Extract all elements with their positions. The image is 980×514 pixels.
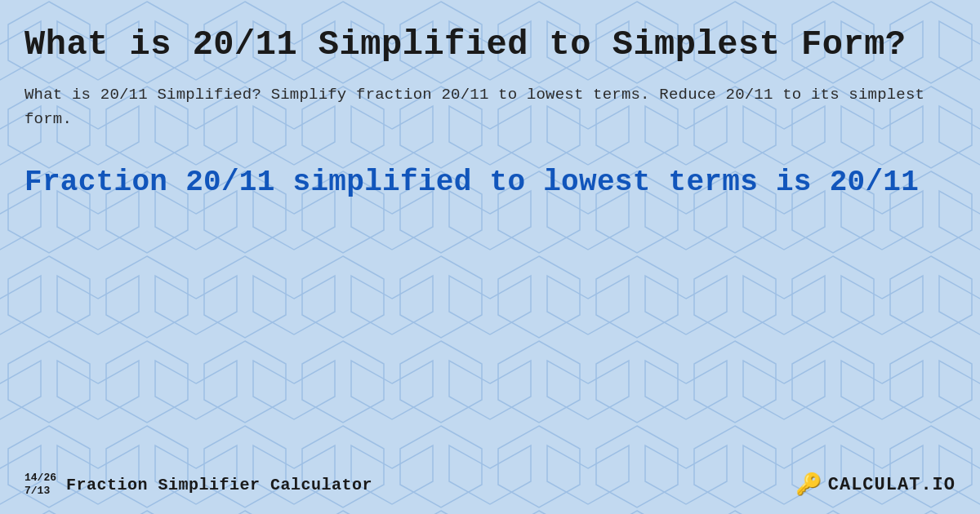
logo-text: CALCULAT.IO (828, 475, 956, 495)
footer: 14/26 7/13 Fraction Simplifier Calculato… (24, 472, 956, 498)
logo-icon: 🔑 (795, 472, 822, 498)
footer-label: Fraction Simplifier Calculator (66, 476, 372, 494)
fraction-top: 14/26 (24, 472, 56, 485)
result-title: Fraction 20/11 simplified to lowest term… (24, 164, 956, 201)
description-text: What is 20/11 Simplified? Simplify fract… (24, 83, 956, 131)
result-section: Fraction 20/11 simplified to lowest term… (24, 164, 956, 201)
footer-fractions: 14/26 7/13 (24, 472, 56, 497)
footer-logo: 🔑 CALCULAT.IO (795, 472, 956, 498)
page-title: What is 20/11 Simplified to Simplest For… (24, 24, 956, 65)
fraction-bottom: 7/13 (24, 485, 56, 498)
